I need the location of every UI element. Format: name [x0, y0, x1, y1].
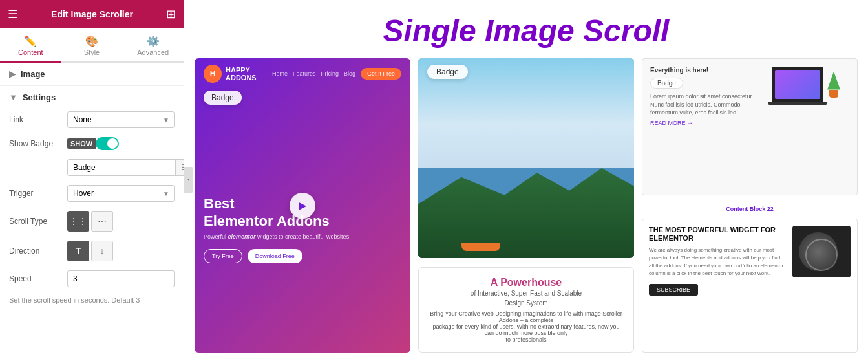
nav-item-2: Features [293, 71, 316, 77]
card-1-subtitle: Powerful elementor widgets to create bea… [204, 234, 401, 240]
card-2-description: A Powerhouse of Interactive, Super Fast … [418, 267, 634, 353]
card-1: H HAPPYADDONS Home Features Pricing Blog… [195, 58, 410, 353]
settings-section-header[interactable]: ▼ Settings [9, 92, 175, 102]
link-control: None URL Media File ▼ [67, 111, 175, 128]
direction-top-btn[interactable]: T [67, 241, 89, 261]
direction-control: T ↓ [67, 241, 175, 261]
trigger-label: Trigger [9, 189, 67, 198]
trigger-control: Hover Click Auto ▼ [67, 185, 175, 202]
scroll-type-label: Scroll Type [9, 217, 67, 226]
card-2-extra-text: Bring Your Creative Web Designing Imagin… [428, 310, 624, 343]
direction-bottom-btn[interactable]: ↓ [91, 241, 113, 261]
settings-section: ▼ Settings Link None URL Media File ▼ Sh… [0, 86, 184, 316]
direction-row: Direction T ↓ [9, 241, 175, 261]
speed-row: Speed [9, 270, 175, 287]
trigger-row: Trigger Hover Click Auto ▼ [9, 185, 175, 202]
toggle-knob [107, 138, 118, 149]
trigger-select[interactable]: Hover Click Auto [67, 185, 175, 202]
laptop-base [768, 102, 827, 105]
scroll-type-horizontal-btn[interactable]: ⋯ [91, 211, 113, 232]
link-label: Link [9, 115, 67, 124]
abstract-spiral [805, 239, 838, 271]
speed-control [67, 270, 175, 287]
scroll-type-vertical-btn[interactable]: ⋮⋮ [67, 211, 89, 232]
plant-pot [829, 90, 838, 98]
card-2-boat [461, 243, 500, 251]
image-section-header[interactable]: ▶ Image [0, 63, 184, 86]
tab-style[interactable]: 🎨 Style [61, 28, 123, 63]
image-section-arrow: ▶ [9, 69, 16, 79]
link-select[interactable]: None URL Media File [67, 111, 175, 128]
scroll-type-control: ⋮⋮ ⋯ [67, 211, 175, 232]
card-3-bottom-content: THE MOST POWERFUL WIDGET FOR ELEMENTOR W… [649, 226, 786, 346]
try-free-button[interactable]: Try Free [204, 249, 242, 263]
card-3-top-badge: Badge [650, 78, 683, 89]
card-1-play-button[interactable]: ▶ [290, 193, 315, 219]
card-1-cta-button[interactable]: Get It Free [361, 68, 401, 80]
card-2-mountain-green [418, 168, 634, 258]
plant-leaves [827, 72, 840, 90]
speed-hint: Set the scroll speed in seconds. Default… [9, 296, 175, 309]
badge-row: ☰ [9, 159, 175, 176]
tab-content[interactable]: ✏️ Content [0, 28, 61, 63]
style-tab-icon: 🎨 [85, 35, 98, 47]
nav-item-3: Pricing [321, 71, 339, 77]
card-2-title: A Powerhouse [428, 277, 624, 288]
left-panel: ☰ Edit Image Scroller ⊞ ✏️ Content 🎨 Sty… [0, 0, 184, 359]
badge-input-wrapper: ☰ [67, 159, 184, 176]
card-3-top: Everything is here! Badge Lorem ipsum do… [642, 58, 858, 195]
card-3-bottom-title: THE MOST POWERFUL WIDGET FOR ELEMENTOR [649, 226, 786, 243]
direction-label: Direction [9, 246, 67, 256]
card-3-top-text: Lorem ipsum dolor sit amet consectetur. … [650, 92, 765, 117]
nav-item-1: Home [272, 71, 288, 77]
panel-header: ☰ Edit Image Scroller ⊞ [0, 0, 184, 28]
card-1-nav: H HAPPYADDONS Home Features Pricing Blog… [195, 58, 410, 83]
plant-shape [826, 72, 842, 98]
page-title-area: Single Image Scroll [184, 0, 868, 58]
right-content: Single Image Scroll H HAPPYADDONS Home F… [184, 0, 868, 359]
content-tab-icon: ✏️ [24, 35, 37, 47]
card-2-wrapper: Badge A Powerhouse of Interactive, Super… [418, 58, 634, 353]
show-badge-control: SHOW [67, 137, 175, 150]
show-badge-row: Show Badge SHOW [9, 137, 175, 150]
badge-control: ☰ [67, 159, 184, 176]
card-1-nav-items: Home Features Pricing Blog Get It Free [272, 68, 401, 80]
hamburger-icon[interactable]: ☰ [8, 7, 18, 21]
card-3-subscribe-button[interactable]: SUBSCRIBE [649, 284, 698, 296]
card-2-mountain [418, 168, 634, 258]
link-row: Link None URL Media File ▼ [9, 111, 175, 128]
nav-item-4: Blog [344, 71, 355, 77]
badge-input-icon[interactable]: ☰ [175, 160, 184, 175]
card-1-logo-icon: H [204, 65, 222, 83]
collapse-panel-button[interactable]: ‹ [184, 167, 193, 193]
speed-label: Speed [9, 274, 67, 283]
link-select-wrapper: None URL Media File ▼ [67, 111, 175, 128]
settings-arrow: ▼ [9, 92, 17, 102]
download-free-button[interactable]: Download Free [248, 249, 302, 263]
laptop-screen [775, 70, 820, 99]
grid-icon[interactable]: ⊞ [166, 7, 176, 21]
card-3-bottom-image [792, 226, 851, 346]
page-title: Single Image Scroll [184, 13, 868, 49]
image-section-label: Image [21, 69, 45, 79]
panel-tabs: ✏️ Content 🎨 Style ⚙️ Advanced [0, 28, 184, 63]
card-3-top-title: Everything is here! [650, 67, 765, 74]
card-1-logo: H HAPPYADDONS [204, 65, 257, 83]
card-3-wrapper: Everything is here! Badge Lorem ipsum do… [642, 58, 858, 353]
card-3-bottom-text: We are always doing something creative w… [649, 246, 786, 277]
card-3-top-content: Everything is here! Badge Lorem ipsum do… [650, 67, 765, 126]
show-badge-label: Show Badge [9, 139, 67, 148]
speed-input[interactable] [67, 270, 175, 287]
toggle-show-text: SHOW [67, 138, 96, 149]
tab-advanced[interactable]: ⚙️ Advanced [122, 28, 184, 63]
card-3-bottom: THE MOST POWERFUL WIDGET FOR ELEMENTOR W… [642, 219, 858, 353]
card-2-badge: Badge [427, 65, 468, 79]
laptop-shape [772, 67, 823, 102]
settings-label: Settings [23, 92, 56, 102]
trigger-select-wrapper: Hover Click Auto ▼ [67, 185, 175, 202]
panel-title: Edit Image Scroller [51, 9, 133, 19]
card-3-top-link[interactable]: READ MORE → [650, 120, 765, 126]
show-badge-toggle[interactable] [96, 137, 119, 150]
card-2-text: of Interactive, Super Fast and ScalableD… [428, 288, 624, 308]
badge-input[interactable] [68, 160, 175, 175]
